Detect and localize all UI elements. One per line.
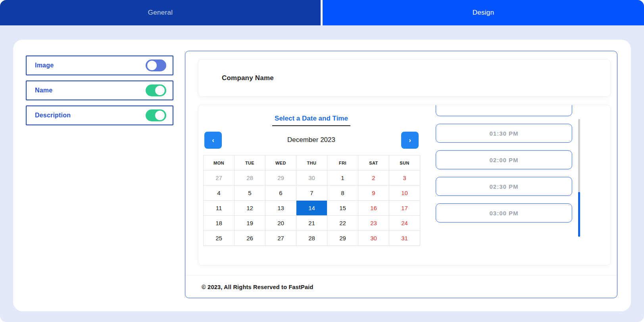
scheduler-title-text: Select a Date and Time [272,115,350,126]
calendar-week-row: 45678910 [204,186,420,201]
name-toggle[interactable] [146,84,166,96]
option-row-image: Image [26,56,173,75]
calendar: MONTUEWEDTHUFRISATSUN 272829301234567891… [203,155,420,246]
time-slot-list: 01:30 PM02:00 PM02:30 PM03:00 PM [436,105,572,222]
tab-general[interactable]: General [0,0,321,25]
calendar-day[interactable]: 1 [327,171,358,186]
tab-bar: General Design [0,0,644,25]
scrollbar-thumb[interactable] [578,192,580,237]
calendar-day[interactable]: 6 [265,186,296,201]
display-options: Image Name Description [26,56,173,130]
company-name-label: Company Name [222,74,274,82]
scheduler-title: Select a Date and Time [203,115,419,126]
copyright-text: © 2023, All Rights Reserved to FastPaid [202,284,313,290]
time-slot-button[interactable]: 03:00 PM [436,203,572,222]
toggle-knob [147,61,157,70]
calendar-body: 2728293012345678910111213141516171819202… [204,171,420,246]
description-toggle[interactable] [146,109,166,121]
weekday-header: FRI [327,155,358,171]
calendar-day-selected[interactable]: 14 [296,201,327,216]
calendar-day[interactable]: 8 [327,186,358,201]
time-slot-scrollbar[interactable] [578,119,580,237]
calendar-day[interactable]: 21 [296,216,327,231]
calendar-day[interactable]: 30 [358,231,389,246]
chevron-right-icon: › [409,136,411,144]
calendar-day[interactable]: 9 [358,186,389,201]
toggle-knob [155,86,165,95]
time-slot-button[interactable]: 02:30 PM [436,177,572,196]
image-toggle[interactable] [146,59,166,71]
weekday-header: SUN [389,155,420,171]
calendar-day[interactable]: 4 [204,186,235,201]
calendar-day[interactable]: 27 [204,171,235,186]
calendar-day[interactable]: 20 [265,216,296,231]
calendar-day[interactable]: 11 [204,201,235,216]
calendar-day[interactable]: 10 [389,186,420,201]
calendar-day[interactable]: 5 [235,186,265,201]
calendar-day[interactable]: 30 [296,171,327,186]
month-label: December 2023 [203,136,419,144]
calendar-week-row: 25262728293031 [204,231,420,246]
toggle-knob [155,111,165,120]
weekday-header: TUE [235,155,265,171]
calendar-day[interactable]: 3 [389,171,420,186]
weekday-header: SAT [358,155,389,171]
weekday-header: THU [296,155,327,171]
time-slot-button[interactable]: 01:30 PM [436,124,572,143]
calendar-day[interactable]: 23 [358,216,389,231]
calendar-day[interactable]: 28 [296,231,327,246]
calendar-day[interactable]: 27 [265,231,296,246]
weekday-header: WED [265,155,296,171]
option-label-description: Description [35,112,71,119]
option-label-image: Image [35,62,54,69]
calendar-week-row: 27282930123 [204,171,420,186]
calendar-day[interactable]: 12 [235,201,265,216]
option-label-name: Name [35,87,52,94]
calendar-day[interactable]: 24 [389,216,420,231]
calendar-day[interactable]: 15 [327,201,358,216]
calendar-day[interactable]: 22 [327,216,358,231]
option-row-name: Name [26,80,173,100]
app-window: General Design Image Name Description [0,0,644,322]
calendar-day[interactable]: 25 [204,231,235,246]
company-name-card: Company Name [198,59,611,97]
calendar-day[interactable]: 31 [389,231,420,246]
calendar-day[interactable]: 18 [204,216,235,231]
calendar-day[interactable]: 17 [389,201,420,216]
calendar-week-row: 18192021222324 [204,216,420,231]
preview-panel: Company Name Select a Date and Time ‹ De… [185,51,617,298]
calendar-day[interactable]: 19 [235,216,265,231]
calendar-day[interactable]: 26 [235,231,265,246]
next-month-button[interactable]: › [401,132,419,149]
weekday-header: MON [204,155,235,171]
time-slot-partial[interactable] [436,105,572,116]
calendar-week-row: 11121314151617 [204,201,420,216]
content-card: Image Name Description Company [13,40,631,311]
option-row-description: Description [26,105,173,125]
calendar-day[interactable]: 13 [265,201,296,216]
calendar-day[interactable]: 28 [235,171,265,186]
calendar-day[interactable]: 2 [358,171,389,186]
calendar-day[interactable]: 7 [296,186,327,201]
calendar-day[interactable]: 29 [265,171,296,186]
calendar-day[interactable]: 16 [358,201,389,216]
calendar-day[interactable]: 29 [327,231,358,246]
time-slot-button[interactable]: 02:00 PM [436,150,572,169]
tab-design[interactable]: Design [323,0,644,25]
footer: © 2023, All Rights Reserved to FastPaid [185,275,617,298]
scheduler-card: Select a Date and Time ‹ December 2023 ›… [198,105,611,265]
weekday-row: MONTUEWEDTHUFRISATSUN [204,155,420,171]
